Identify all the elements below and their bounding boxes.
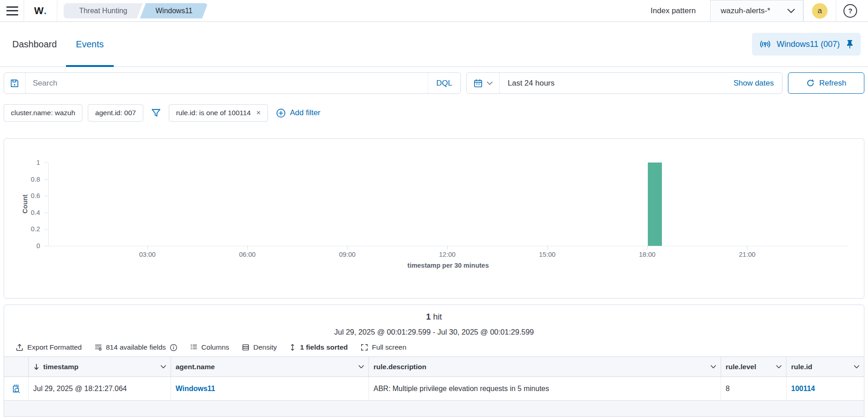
plus-circle-icon — [276, 108, 286, 118]
histogram-bar[interactable] — [648, 163, 662, 246]
x-tick-label: 12:00 — [429, 251, 465, 258]
cell-rule-description: ABR: Multiple privilege elevation reques… — [369, 377, 721, 400]
export-formatted-label: Export Formatted — [27, 343, 82, 351]
info-icon[interactable] — [170, 344, 177, 351]
breadcrumb-windows11[interactable]: Windows11 — [140, 3, 208, 19]
tab-events[interactable]: Events — [66, 22, 114, 66]
y-tick-mark — [45, 196, 48, 196]
density-label: Density — [253, 343, 277, 351]
available-fields-button[interactable]: 814 available fields — [94, 343, 177, 351]
filter-funnel-icon[interactable] — [149, 107, 163, 118]
tab-dashboard[interactable]: Dashboard — [11, 22, 58, 66]
help-icon[interactable]: ? — [843, 4, 857, 18]
chevron-down-icon[interactable] — [711, 365, 716, 369]
hits-count: 1 — [426, 312, 431, 321]
chevron-down-icon[interactable] — [358, 365, 364, 369]
sort-desc-icon — [33, 363, 40, 371]
header-divider — [836, 0, 836, 21]
column-label: timestamp — [43, 363, 79, 371]
full-screen-button[interactable]: Full screen — [360, 343, 407, 351]
add-filter-button[interactable]: Add filter — [276, 108, 320, 118]
agent-signal-icon — [759, 38, 771, 50]
add-filter-label: Add filter — [290, 108, 320, 117]
avatar[interactable]: a — [812, 3, 828, 19]
y-tick-label: 1 — [13, 158, 40, 167]
x-axis-title: timestamp per 30 minutes — [408, 262, 489, 269]
column-header-timestamp[interactable]: timestamp — [29, 357, 171, 376]
search-input[interactable] — [25, 79, 428, 88]
column-label: agent.name — [176, 363, 215, 371]
filter-pill-agent-id[interactable]: agent.id: 007 — [88, 104, 143, 122]
x-tick-mark — [747, 246, 747, 249]
chevron-down-icon[interactable] — [854, 365, 859, 369]
column-header-rule-level[interactable]: rule.level — [721, 357, 787, 376]
wazuh-logo[interactable]: W. — [24, 5, 57, 17]
sort-arrows-icon — [289, 343, 296, 351]
column-header-rule-description[interactable]: rule.description — [369, 357, 721, 376]
x-axis-line — [48, 246, 848, 246]
full-screen-label: Full screen — [372, 343, 407, 351]
y-tick-mark — [45, 179, 48, 180]
refresh-icon — [806, 79, 815, 87]
fullscreen-icon — [360, 343, 368, 351]
hits-label: hit — [433, 312, 442, 321]
cell-agent-name-link[interactable]: Windows11 — [176, 385, 215, 393]
x-tick-mark — [347, 246, 348, 249]
breadcrumb-threat-hunting[interactable]: Threat Hunting — [64, 3, 143, 19]
density-button[interactable]: Density — [242, 343, 277, 351]
agent-selector-label: Windows11 (007) — [777, 40, 840, 49]
menu-hamburger-icon[interactable] — [6, 6, 18, 15]
chevron-down-icon[interactable] — [161, 365, 166, 369]
index-pattern-select[interactable]: wazuh-alerts-* — [710, 0, 803, 22]
search-bar-group: DQL — [4, 72, 461, 94]
results-card: 1 hit Jul 29, 2025 @ 00:01:29.599 - Jul … — [4, 305, 864, 417]
table-header-row: timestamp agent.name rule.description ru… — [4, 356, 864, 377]
column-header-agent-name[interactable]: agent.name — [171, 357, 369, 376]
cell-rule-id-link[interactable]: 100114 — [791, 385, 815, 393]
agent-selector-button[interactable]: Windows11 (007) — [752, 33, 861, 56]
remove-filter-icon[interactable]: × — [256, 108, 261, 117]
pin-icon[interactable] — [845, 39, 854, 49]
refresh-label: Refresh — [819, 79, 847, 88]
dql-switch-button[interactable]: DQL — [428, 73, 460, 93]
y-tick-mark — [45, 229, 48, 229]
expand-document-icon[interactable] — [11, 384, 21, 393]
chevron-down-icon — [787, 9, 795, 13]
x-tick-label: 15:00 — [529, 251, 565, 258]
table-empty-area — [4, 401, 864, 417]
column-header-rule-id[interactable]: rule.id — [787, 357, 864, 376]
fields-list-icon — [94, 343, 102, 351]
fields-sorted-label: 1 fields sorted — [300, 343, 348, 351]
column-label: rule.level — [726, 363, 756, 371]
save-icon — [10, 78, 20, 88]
x-tick-label: 03:00 — [129, 251, 166, 258]
export-formatted-button[interactable]: Export Formatted — [15, 343, 82, 351]
filter-pill-rule-id[interactable]: rule.id: is one of 100114 × — [169, 104, 268, 122]
index-pattern-label: Index pattern — [651, 6, 696, 15]
refresh-button[interactable]: Refresh — [788, 72, 864, 94]
columns-button[interactable]: Columns — [190, 343, 229, 351]
fields-sorted-button[interactable]: 1 fields sorted — [289, 343, 348, 351]
chevron-down-icon[interactable] — [776, 365, 782, 369]
density-icon — [242, 343, 250, 351]
x-tick-mark — [447, 246, 448, 249]
cell-rule-level: 8 — [721, 377, 787, 400]
query-bar: DQL Last 24 hours Show dates Refresh — [4, 72, 864, 94]
time-range-value[interactable]: Last 24 hours — [500, 79, 555, 88]
y-axis-line — [48, 163, 49, 246]
header-divider — [803, 0, 804, 21]
filter-pill-cluster-name[interactable]: cluster.name: wazuh — [4, 104, 82, 122]
grid-toolbar: Export Formatted 814 available fields Co… — [4, 336, 864, 356]
calendar-menu-button[interactable] — [467, 73, 500, 93]
module-tabs-row: Dashboard Events Windows11 (007) — [0, 22, 868, 67]
save-query-button[interactable] — [4, 73, 25, 93]
y-tick-label: 0 — [13, 242, 40, 250]
show-dates-link[interactable]: Show dates — [733, 79, 782, 88]
x-tick-mark — [547, 246, 548, 249]
histogram-plot: 00.20.40.60.8103:0006:0009:0012:0015:001… — [4, 139, 864, 298]
export-icon — [15, 343, 24, 351]
index-pattern-value: wazuh-alerts-* — [721, 6, 770, 15]
available-fields-label: 814 available fields — [106, 343, 166, 351]
header-divider — [57, 0, 57, 21]
y-axis-title: Count — [21, 194, 29, 214]
